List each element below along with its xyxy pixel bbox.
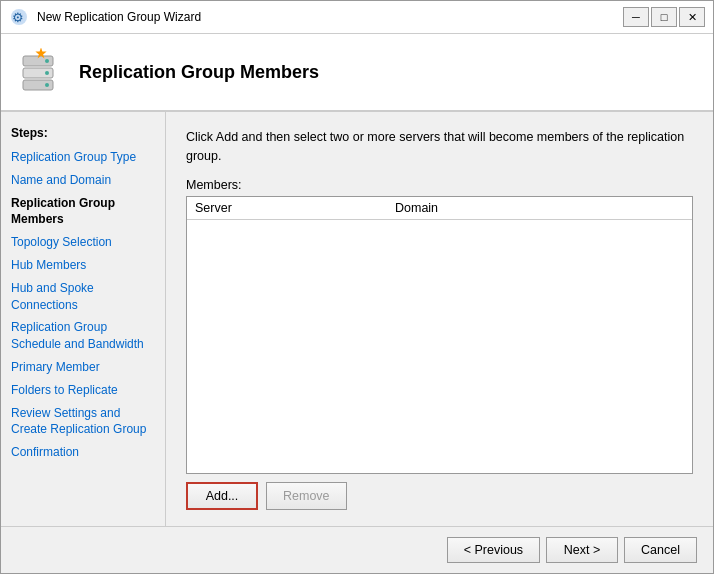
members-table: Server Domain: [186, 196, 693, 475]
svg-text:⚙: ⚙: [12, 10, 24, 25]
wizard-body: Steps: Replication Group Type Name and D…: [1, 112, 713, 526]
wizard-title: Replication Group Members: [79, 62, 319, 83]
table-body: [187, 220, 692, 474]
table-header: Server Domain: [187, 197, 692, 220]
steps-label: Steps:: [1, 122, 165, 146]
wizard-header: Replication Group Members: [1, 34, 713, 112]
sidebar-item-topology-selection[interactable]: Topology Selection: [1, 231, 165, 254]
sidebar-item-hub-and-spoke-connections[interactable]: Hub and Spoke Connections: [1, 277, 165, 317]
title-bar-icon: ⚙: [9, 7, 29, 27]
previous-button[interactable]: < Previous: [447, 537, 540, 563]
close-button[interactable]: ✕: [679, 7, 705, 27]
remove-button[interactable]: Remove: [266, 482, 347, 510]
maximize-button[interactable]: □: [651, 7, 677, 27]
sidebar-item-review-settings[interactable]: Review Settings and Create Replication G…: [1, 402, 165, 442]
title-bar: ⚙ New Replication Group Wizard ─ □ ✕: [1, 1, 713, 34]
svg-point-7: [45, 83, 49, 87]
sidebar-item-folders-to-replicate[interactable]: Folders to Replicate: [1, 379, 165, 402]
sidebar-item-primary-member[interactable]: Primary Member: [1, 356, 165, 379]
sidebar-item-replication-group-members[interactable]: Replication Group Members: [1, 192, 165, 232]
sidebar-item-replication-group-schedule[interactable]: Replication Group Schedule and Bandwidth: [1, 316, 165, 356]
main-description: Click Add and then select two or more se…: [186, 128, 693, 166]
next-button[interactable]: Next >: [546, 537, 618, 563]
title-bar-controls: ─ □ ✕: [623, 7, 705, 27]
svg-point-6: [45, 71, 49, 75]
sidebar-item-replication-group-type[interactable]: Replication Group Type: [1, 146, 165, 169]
title-bar-title: New Replication Group Wizard: [37, 10, 615, 24]
table-header-domain: Domain: [395, 201, 684, 215]
minimize-button[interactable]: ─: [623, 7, 649, 27]
sidebar: Steps: Replication Group Type Name and D…: [1, 112, 166, 526]
wizard-header-icon: [17, 48, 65, 96]
main-content: Click Add and then select two or more se…: [166, 112, 713, 526]
table-header-server: Server: [195, 201, 395, 215]
table-buttons: Add... Remove: [186, 482, 693, 510]
sidebar-item-name-and-domain[interactable]: Name and Domain: [1, 169, 165, 192]
sidebar-item-hub-members[interactable]: Hub Members: [1, 254, 165, 277]
wizard-footer: < Previous Next > Cancel: [1, 526, 713, 573]
wizard-window: ⚙ New Replication Group Wizard ─ □ ✕: [0, 0, 714, 574]
sidebar-item-confirmation[interactable]: Confirmation: [1, 441, 165, 464]
members-label: Members:: [186, 178, 693, 192]
cancel-button[interactable]: Cancel: [624, 537, 697, 563]
add-button[interactable]: Add...: [186, 482, 258, 510]
svg-point-5: [45, 59, 49, 63]
